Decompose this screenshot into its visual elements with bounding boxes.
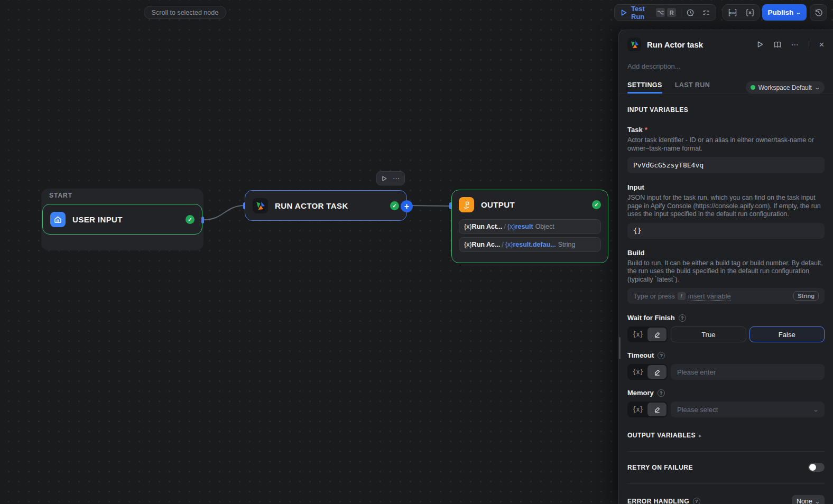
path-separator: / (502, 241, 503, 248)
apify-logo-icon (253, 198, 268, 213)
value-mode-switcher: {x} (627, 326, 668, 342)
workspace-name: Workspace Default (758, 84, 812, 91)
placeholder-text: Please enter (677, 368, 716, 376)
output-port[interactable] (201, 217, 204, 223)
output-variables-section[interactable]: OUTPUT VARIABLES ▸ (627, 432, 825, 439)
insert-variable-hint: insert variable (688, 292, 731, 300)
tab-last-run[interactable]: LAST RUN (675, 81, 710, 94)
add-next-node-button[interactable]: + (401, 200, 413, 212)
source-node-name: Run Act... (472, 223, 503, 230)
task-field-description: Actor task identifier - ID or an alias i… (627, 136, 825, 153)
description-placeholder[interactable]: Add description... (627, 62, 825, 70)
edit-mode-button[interactable] (647, 365, 667, 379)
build-input[interactable]: Type or press / insert variable String (627, 288, 825, 304)
required-asterisk: * (645, 126, 647, 134)
source-node-name: Run Ac... (472, 241, 501, 248)
docs-book-icon[interactable] (773, 41, 782, 49)
node-play-icon[interactable] (381, 175, 387, 182)
input-variables-header: INPUT VARIABLES (627, 106, 825, 114)
json-value: {} (633, 227, 642, 235)
fx-icon: {x} (505, 241, 513, 248)
fx-mode-button[interactable]: {x} (628, 403, 647, 416)
check-icon: ✓ (186, 215, 195, 224)
fx-mode-button[interactable]: {x} (628, 328, 647, 341)
variable-type: String (558, 241, 576, 248)
start-group-label: START (49, 192, 72, 199)
input-field-description: JSON input for the task run, which you c… (627, 194, 825, 219)
output-variables-header: OUTPUT VARIABLES (627, 432, 696, 439)
section-divider (627, 451, 825, 452)
json-input[interactable]: {} (627, 223, 825, 239)
build-field-description: Build to run. It can be either a build t… (627, 259, 825, 284)
header-divider (809, 41, 809, 49)
chevron-down-icon: ⌄ (812, 406, 819, 413)
task-field-label: Task* (627, 126, 825, 134)
variable-type: Object (535, 223, 554, 230)
section-divider (627, 483, 825, 484)
variable-name: result (515, 223, 533, 230)
help-icon[interactable]: ? (658, 389, 665, 397)
run-history-icon[interactable] (686, 8, 695, 17)
svg-text:ENV: ENV (729, 11, 736, 14)
fx-mode-button[interactable]: {x} (628, 365, 647, 379)
output-node[interactable]: OUTPUT ✓ {x}Run Act... / {x}result Objec… (451, 190, 608, 263)
output-variable-row[interactable]: {x}Run Act... / {x}result Object (459, 219, 601, 234)
run-actor-task-node[interactable]: RUN ACTOR TASK ✓ + (245, 190, 407, 221)
run-node-icon[interactable] (756, 41, 764, 48)
help-icon[interactable]: ? (658, 352, 665, 359)
chevron-down-icon: ⌄ (814, 84, 820, 91)
tab-settings[interactable]: SETTINGS (627, 81, 662, 94)
output-variable-row[interactable]: {x}Run Ac... / {x}result.defau... String (459, 237, 601, 252)
task-input[interactable]: PvVdGcG5zsyT8E4vq (627, 157, 825, 173)
build-field-label: Build (627, 249, 825, 257)
wait-true-button[interactable]: True (671, 326, 746, 342)
apify-logo-icon (627, 38, 641, 51)
panel-title: Run Actor task (647, 40, 751, 49)
more-options-icon[interactable]: ⋯ (791, 40, 799, 49)
publish-button[interactable]: Publish ⌄ (762, 4, 807, 21)
wait-false-button[interactable]: False (749, 326, 825, 342)
help-icon[interactable]: ? (679, 314, 686, 322)
timeout-label: Timeout ? (627, 351, 825, 359)
shortcut-r-key: R (667, 8, 676, 17)
path-separator: / (504, 223, 505, 230)
edit-mode-button[interactable] (647, 328, 667, 341)
edit-mode-button[interactable] (647, 403, 667, 416)
close-icon[interactable]: ✕ (819, 41, 825, 49)
env-variables-icon[interactable]: ENV (728, 8, 737, 17)
memory-label: Memory ? (627, 389, 825, 397)
user-input-node[interactable]: USER INPUT ✓ (42, 204, 202, 235)
error-handling-value: None (797, 498, 812, 504)
test-run-play-icon[interactable] (620, 9, 627, 16)
scroll-to-selected-node-button[interactable]: Scroll to selected node (144, 6, 226, 19)
error-handling-select[interactable]: None ⌄ (792, 495, 825, 504)
chat-variables-icon[interactable] (746, 8, 754, 17)
timeout-input[interactable]: Please enter (671, 364, 825, 380)
error-handling-header: ERROR HANDLING ? (627, 498, 700, 504)
fx-icon: {x} (507, 223, 515, 230)
task-value: PvVdGcG5zsyT8E4vq (633, 161, 704, 169)
tabs-divider (619, 94, 833, 94)
version-history-button[interactable] (810, 4, 827, 21)
node-more-icon[interactable]: ⋯ (393, 174, 400, 182)
memory-select[interactable]: Please select ⌄ (671, 402, 825, 417)
test-run-toolbar-group: Test Run ⌥ R (614, 4, 716, 21)
input-field-label: Input (627, 183, 825, 191)
test-run-button[interactable]: Test Run (631, 5, 652, 21)
value-mode-switcher: {x} (627, 364, 668, 380)
variable-name: result.defau... (513, 241, 556, 248)
shortcut-option-key: ⌥ (656, 8, 665, 17)
placeholder-text: Type or press (633, 292, 675, 300)
placeholder-text: Please select (677, 406, 718, 414)
fx-prefix: {x} (464, 241, 472, 248)
node-title: OUTPUT (481, 200, 585, 209)
checklist-icon[interactable] (702, 8, 710, 17)
help-icon[interactable]: ? (693, 498, 700, 504)
chevron-down-icon: ⌄ (814, 498, 820, 504)
fx-prefix: {x} (464, 223, 472, 230)
workspace-status-dot (751, 85, 755, 90)
panel-scrollbar[interactable] (619, 337, 621, 359)
toggle-knob (809, 464, 816, 471)
workspace-selector[interactable]: Workspace Default ⌄ (746, 81, 825, 94)
retry-toggle[interactable] (808, 463, 825, 472)
